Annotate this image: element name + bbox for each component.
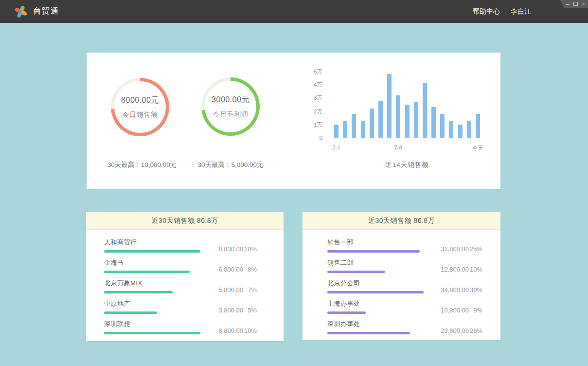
row-progress-bar [104, 291, 173, 293]
close-icon[interactable]: × [582, 1, 585, 6]
chart-title: 近14天销售额 [334, 161, 480, 169]
sales-14d-chart: 01万2万3万4万5万 7-17-8今天 近14天销售额 [310, 67, 498, 172]
row-name: 北京万象MIX [104, 279, 200, 288]
user-menu[interactable]: 李白江 [511, 7, 531, 16]
row-percent: 8% [243, 266, 257, 273]
chart-bar [378, 101, 383, 138]
list-item: 销售二部 12,800.00 10% [303, 258, 500, 273]
x-tick-label: 今天 [472, 145, 483, 152]
row-progress-bar [327, 311, 366, 314]
chart-bars [334, 70, 480, 138]
row-percent: 10% [469, 266, 482, 273]
maximize-icon[interactable] [573, 2, 578, 6]
chart-bar [414, 102, 418, 138]
topbar-nav: 帮助中心 李白江 [473, 7, 531, 16]
x-tick-label: 7-8 [394, 145, 403, 150]
chart-bar [467, 121, 471, 138]
today-sales-label: 今日销售额 [123, 110, 158, 119]
chart-bar [449, 121, 453, 138]
row-progress-bar [327, 291, 424, 293]
row-percent: 7% [243, 286, 257, 293]
chart-bar [440, 114, 445, 138]
chart-bar [476, 114, 480, 138]
department-sales-card: 近30天销售额 86.8万 销售一部 32,800.00 25% 销售二部 12… [303, 212, 500, 340]
row-progress-bar [104, 250, 200, 253]
chart-bar [334, 125, 339, 138]
list-item: 深圳办事处 23,800.00 26% [303, 320, 500, 334]
list-item: 北京分公司 34,800.00 30% [303, 279, 500, 293]
today-sales-value: 8000.00元 [121, 95, 159, 106]
app-title: 商贸通 [33, 6, 59, 17]
today-profit-value: 3000.00元 [212, 95, 249, 105]
row-name: 深圳联想 [104, 320, 200, 329]
pinwheel-icon [14, 4, 28, 19]
row-name: 中原地产 [104, 299, 200, 308]
today-profit-label: 今日毛利润 [213, 110, 249, 119]
chart-bar [431, 107, 436, 138]
today-overview-card: 8000.00元 今日销售额 30天最高：10,000.00元 3000.00元… [87, 53, 500, 189]
row-amount: 12,800.00 [430, 266, 469, 273]
row-amount: 32,800.00 [430, 245, 469, 253]
topbar: 商贸通 帮助中心 李白江 × [0, 0, 588, 23]
row-amount: 5,800.00 [204, 286, 243, 293]
row-amount: 8,800.00 [204, 327, 243, 334]
y-tick-label: 5万 [308, 68, 322, 75]
list-item: 销售一部 32,800.00 25% [303, 238, 500, 253]
minimize-icon[interactable] [566, 4, 570, 5]
row-name: 北京分公司 [327, 279, 424, 288]
row-progress-bar [104, 311, 157, 314]
list-item: 中原地产 3,800.00 5% [86, 299, 284, 314]
chart-bar [387, 74, 392, 138]
chart-bar [361, 121, 365, 138]
row-percent: 10% [243, 245, 257, 253]
x-tick-label: 7-1 [332, 145, 340, 150]
help-center-link[interactable]: 帮助中心 [473, 7, 500, 16]
row-progress-bar [327, 250, 420, 253]
chart-bar [458, 125, 463, 138]
row-name: 销售一部 [327, 238, 424, 247]
chart-bar [423, 83, 427, 138]
row-progress-bar [104, 271, 190, 273]
row-percent: 10% [243, 327, 257, 334]
chart-bar [343, 121, 347, 138]
row-name: 销售二部 [327, 258, 424, 267]
list-item: 上海办事处 10,800.00 9% [303, 299, 500, 314]
row-percent: 5% [243, 307, 257, 314]
window-controls: × [560, 0, 588, 8]
chart-bar [405, 105, 410, 138]
list-item: 深圳联想 8,800.00 10% [86, 320, 284, 334]
row-percent: 9% [469, 307, 482, 314]
today-profit-gauge: 3000.00元 今日毛利润 [201, 77, 260, 136]
row-progress-bar [327, 271, 385, 273]
row-amount: 3,800.00 [204, 307, 243, 314]
row-amount: 23,800.00 [430, 327, 469, 334]
department-list: 销售一部 32,800.00 25% 销售二部 12,800.00 10% 北京… [303, 230, 500, 334]
row-name: 深圳办事处 [327, 320, 424, 329]
y-tick-label: 2万 [308, 108, 322, 115]
y-tick-label: 3万 [308, 94, 322, 101]
list-item: 人和商贸行 8,800.00 10% [86, 238, 284, 253]
customer-list: 人和商贸行 8,800.00 10% 金海马 6,800.00 8% 北京万象M… [86, 230, 284, 334]
row-amount: 10,800.00 [430, 307, 469, 314]
department-card-header: 近30天销售额 86.8万 [303, 212, 500, 230]
row-amount: 8,800.00 [204, 245, 243, 253]
row-amount: 34,800.00 [430, 286, 469, 293]
row-name: 上海办事处 [327, 299, 424, 308]
profit-30d-max: 30天最高：5,000.00元 [182, 161, 279, 169]
customer-sales-card: 近30天销售额 86.8万 人和商贸行 8,800.00 10% 金海马 6,8… [86, 212, 284, 341]
y-tick-label: 4万 [308, 81, 322, 88]
row-name: 金海马 [104, 258, 200, 267]
row-percent: 26% [469, 327, 482, 334]
chart-bar [396, 95, 400, 138]
chart-bar [370, 109, 374, 138]
list-item: 北京万象MIX 5,800.00 7% [86, 279, 284, 293]
today-sales-gauge: 8000.00元 今日销售额 [111, 78, 169, 136]
y-tick-label: 1万 [308, 121, 322, 128]
row-amount: 6,800.00 [204, 266, 243, 273]
row-progress-bar [327, 332, 410, 334]
customer-card-header: 近30天销售额 86.8万 [86, 212, 284, 230]
y-tick-label: 0 [308, 134, 322, 141]
row-progress-bar [104, 332, 200, 334]
list-item: 金海马 6,800.00 8% [86, 258, 284, 273]
chart-bar [352, 114, 356, 138]
